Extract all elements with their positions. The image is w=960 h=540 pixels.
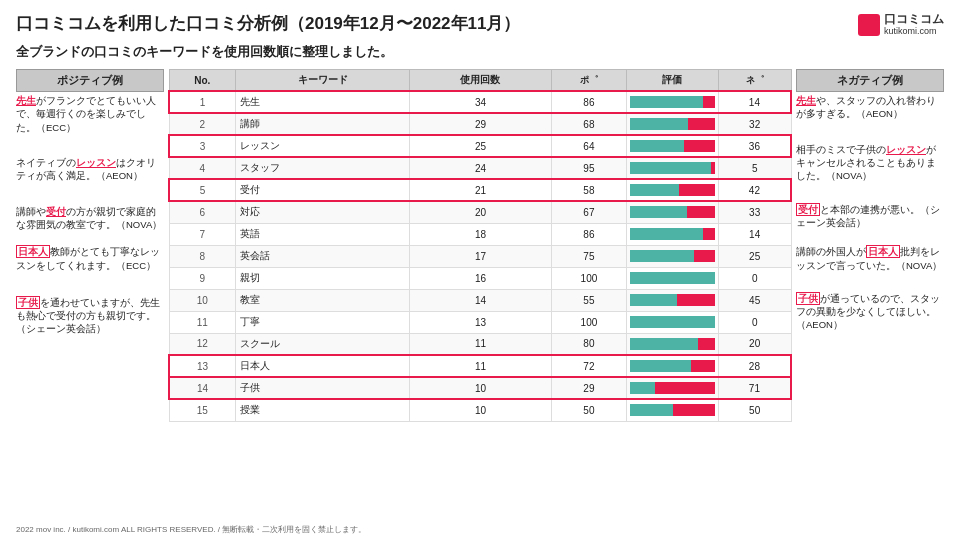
cell-no: 13 <box>169 355 236 377</box>
col-bar: 評価 <box>626 70 718 92</box>
keyword-table: No. キーワード 使用回数 ポ゜ 評価 ネ゜ 1 先生 34 86 14 2 <box>168 69 792 422</box>
cell-pos-score: 68 <box>552 113 627 135</box>
cell-pos-score: 58 <box>552 179 627 201</box>
cell-count: 10 <box>409 377 551 399</box>
bar-positive <box>630 250 694 262</box>
bar-negative <box>688 118 715 130</box>
cell-neg-score: 25 <box>718 245 791 267</box>
cell-keyword: スクール <box>236 333 410 355</box>
bar-positive <box>630 96 703 108</box>
cell-neg-score: 0 <box>718 311 791 333</box>
keyword-uketsuke-pos: 受付 <box>46 206 66 217</box>
data-table-area: No. キーワード 使用回数 ポ゜ 評価 ネ゜ 1 先生 34 86 14 2 <box>168 69 792 422</box>
bar-positive <box>630 382 655 394</box>
cell-no: 2 <box>169 113 236 135</box>
negative-column-header: ネガティブ例 <box>796 69 944 92</box>
positive-item-3: 講師や受付の方が親切で家庭的な雰囲気の教室です。（NOVA） <box>16 205 164 232</box>
cell-neg-score: 33 <box>718 201 791 223</box>
cell-pos-score: 100 <box>552 267 627 289</box>
cell-keyword: 英語 <box>236 223 410 245</box>
cell-keyword: レッスン <box>236 135 410 157</box>
bar-negative <box>687 206 715 218</box>
cell-bar <box>626 377 718 399</box>
cell-bar <box>626 245 718 267</box>
bar-negative <box>677 294 715 306</box>
negative-item-1: 先生や、スタッフの入れ替わりが多すぎる。（AEON） <box>796 94 944 121</box>
cell-bar <box>626 289 718 311</box>
cell-keyword: 英会話 <box>236 245 410 267</box>
negative-column: ネガティブ例 先生や、スタッフの入れ替わりが多すぎる。（AEON） 相手のミスで… <box>796 69 944 422</box>
positive-column-header: ポジティブ例 <box>16 69 164 92</box>
cell-keyword: 受付 <box>236 179 410 201</box>
cell-keyword: 対応 <box>236 201 410 223</box>
bar-positive <box>630 316 715 328</box>
cell-no: 11 <box>169 311 236 333</box>
cell-pos-score: 100 <box>552 311 627 333</box>
cell-pos-score: 29 <box>552 377 627 399</box>
negative-item-4: 講師の外国人が日本人批判をレッスンで言っていた。（NOVA） <box>796 245 944 272</box>
cell-pos-score: 86 <box>552 223 627 245</box>
bar-negative <box>703 96 715 108</box>
cell-count: 14 <box>409 289 551 311</box>
bar-positive <box>630 404 673 416</box>
col-keyword: キーワード <box>236 70 410 92</box>
page-title: 口コミコムを利用した口コミ分析例（2019年12月〜2022年11月） <box>16 12 520 35</box>
cell-pos-score: 64 <box>552 135 627 157</box>
col-pos-score: ポ゜ <box>552 70 627 92</box>
cell-count: 17 <box>409 245 551 267</box>
cell-pos-score: 75 <box>552 245 627 267</box>
cell-neg-score: 0 <box>718 267 791 289</box>
cell-keyword: 講師 <box>236 113 410 135</box>
cell-neg-score: 14 <box>718 223 791 245</box>
cell-bar <box>626 113 718 135</box>
logo-text: 口コミコム kutikomi.com <box>884 12 944 37</box>
cell-neg-score: 42 <box>718 179 791 201</box>
cell-count: 13 <box>409 311 551 333</box>
col-count: 使用回数 <box>409 70 551 92</box>
cell-bar <box>626 355 718 377</box>
cell-keyword: 子供 <box>236 377 410 399</box>
cell-bar <box>626 311 718 333</box>
cell-count: 10 <box>409 399 551 421</box>
cell-keyword: 親切 <box>236 267 410 289</box>
cell-bar <box>626 399 718 421</box>
positive-column: ポジティブ例 先生がフランクでとてもいい人で、毎週行くのを楽しみでした。（ECC… <box>16 69 164 422</box>
bar-positive <box>630 228 703 240</box>
cell-bar <box>626 91 718 113</box>
cell-keyword: 日本人 <box>236 355 410 377</box>
cell-no: 10 <box>169 289 236 311</box>
logo-icon <box>858 14 880 36</box>
cell-bar <box>626 333 718 355</box>
cell-keyword: 授業 <box>236 399 410 421</box>
bar-negative <box>673 404 715 416</box>
cell-no: 1 <box>169 91 236 113</box>
header: 口コミコムを利用した口コミ分析例（2019年12月〜2022年11月） 口コミコ… <box>16 12 944 37</box>
keyword-nihonjin-neg: 日本人 <box>866 245 900 258</box>
cell-count: 20 <box>409 201 551 223</box>
cell-count: 11 <box>409 355 551 377</box>
cell-pos-score: 50 <box>552 399 627 421</box>
cell-bar <box>626 201 718 223</box>
cell-no: 15 <box>169 399 236 421</box>
keyword-kodomo-pos: 子供 <box>16 296 40 309</box>
bar-negative <box>698 338 715 350</box>
cell-bar <box>626 157 718 179</box>
cell-no: 4 <box>169 157 236 179</box>
cell-neg-score: 20 <box>718 333 791 355</box>
cell-neg-score: 45 <box>718 289 791 311</box>
cell-neg-score: 32 <box>718 113 791 135</box>
logo-area: 口コミコム kutikomi.com <box>858 12 944 37</box>
bar-positive <box>630 118 688 130</box>
cell-pos-score: 72 <box>552 355 627 377</box>
bar-negative <box>684 140 715 152</box>
cell-neg-score: 50 <box>718 399 791 421</box>
cell-keyword: 先生 <box>236 91 410 113</box>
cell-neg-score: 71 <box>718 377 791 399</box>
col-neg-score: ネ゜ <box>718 70 791 92</box>
negative-item-2: 相手のミスで子供のレッスンがキャンセルされることもありました。（NOVA） <box>796 143 944 183</box>
keyword-uketsuke-neg: 受付 <box>796 203 820 216</box>
cell-pos-score: 95 <box>552 157 627 179</box>
positive-item-2: ネイティブのレッスンはクオリティが高く満足。（AEON） <box>16 156 164 183</box>
cell-keyword: 教室 <box>236 289 410 311</box>
cell-no: 5 <box>169 179 236 201</box>
